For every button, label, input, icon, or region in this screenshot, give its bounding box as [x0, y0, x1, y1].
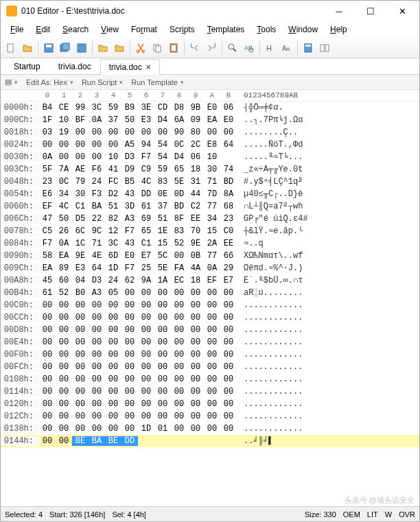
hex-byte[interactable]: F7	[138, 152, 154, 162]
hex-byte[interactable]: 00	[171, 424, 187, 434]
hex-byte[interactable]: F6	[89, 165, 105, 174]
hex-byte[interactable]: 00	[56, 362, 72, 372]
hex-byte[interactable]: 00	[121, 412, 138, 421]
hex-row[interactable]: 00B4h:6152B0A30500000000000000aR░ú......…	[1, 287, 419, 299]
hex-byte[interactable]: 00	[72, 128, 89, 137]
hex-ascii[interactable]: aR░ú........	[237, 288, 419, 298]
hex-byte[interactable]: 00	[220, 387, 237, 396]
hex-byte[interactable]: 00	[121, 350, 138, 359]
hex-byte[interactable]: 00	[138, 288, 154, 298]
hex-row[interactable]: 00E4h:000000000000000000000000..........…	[1, 336, 419, 348]
hex-byte[interactable]: 9A	[138, 276, 154, 285]
hex-ascii[interactable]: ............	[237, 412, 419, 421]
hex-byte[interactable]: 83	[171, 226, 187, 236]
hex-byte[interactable]: 00	[56, 337, 72, 347]
hex-byte[interactable]: C5	[39, 226, 56, 236]
hex-byte[interactable]: 00	[187, 300, 204, 310]
hex-byte[interactable]: 00	[56, 375, 72, 384]
hex-byte[interactable]: 6A	[171, 115, 187, 125]
hex-ascii[interactable]: _z«÷A╤╔Ye.0t	[237, 165, 419, 174]
hex-row[interactable]: 0108h:000000000000000000000000..........…	[1, 373, 419, 385]
hex-byte[interactable]: 00	[121, 313, 138, 322]
hex-byte[interactable]: 00	[187, 313, 204, 322]
hex-byte[interactable]: 69	[138, 214, 154, 224]
hex-byte[interactable]: F7	[121, 226, 138, 236]
hex-byte[interactable]: 18	[187, 165, 204, 174]
hex-ascii[interactable]: ............	[237, 337, 419, 347]
hex-byte[interactable]: 2A	[204, 239, 220, 248]
hex-byte[interactable]: 00	[171, 399, 187, 409]
hex-byte[interactable]: 1E	[154, 226, 171, 236]
hex-byte[interactable]: 23	[220, 214, 237, 224]
hex-byte[interactable]: 00	[89, 337, 105, 347]
hex-byte[interactable]: 3D	[121, 202, 138, 211]
maximize-button[interactable]: ☐	[355, 1, 386, 21]
hex-byte[interactable]: 12	[105, 226, 121, 236]
view-options-icon[interactable]: ▤▾	[5, 78, 18, 86]
hex-byte[interactable]: CE	[56, 103, 72, 112]
hex-byte[interactable]: 00	[220, 375, 237, 384]
hex-ascii[interactable]: .....╙≈T╘...	[237, 152, 419, 162]
hex-byte[interactable]: 34	[56, 189, 72, 199]
hex-byte[interactable]: 54	[154, 152, 171, 162]
hex-byte[interactable]: 00	[72, 387, 89, 396]
hex-byte[interactable]: 06	[220, 103, 237, 112]
hex-byte[interactable]: 8F	[171, 214, 187, 224]
hex-byte[interactable]: 00	[56, 424, 72, 434]
hex-byte[interactable]: 00	[220, 288, 237, 298]
hex-byte[interactable]: 58	[39, 251, 56, 261]
hex-byte[interactable]: 1F	[39, 115, 56, 125]
hex-byte[interactable]: 00	[204, 300, 220, 310]
save-button[interactable]	[41, 40, 56, 56]
hex-byte[interactable]	[187, 436, 204, 446]
hex-byte[interactable]: 00	[89, 152, 105, 162]
hex-byte[interactable]: 0C	[171, 140, 187, 150]
hex-byte[interactable]: 00	[121, 337, 138, 347]
hex-ascii[interactable]: ........Ç..	[237, 128, 419, 137]
hex-byte[interactable]: C1	[72, 202, 89, 211]
hex-byte[interactable]: 37	[105, 115, 121, 125]
font-button[interactable]: AA	[279, 40, 294, 56]
hex-byte[interactable]: 19	[56, 128, 72, 137]
hex-ascii[interactable]: Ωëπd.≈%^·J.)	[237, 263, 419, 273]
hex-ascii[interactable]: ∩L┴║Q=a7╜┬wh	[237, 202, 419, 211]
hex-row[interactable]: 0120h:000000000000000000000000..........…	[1, 398, 419, 410]
hex-byte[interactable]: 64	[220, 140, 237, 150]
hex-byte[interactable]: 00	[89, 300, 105, 310]
minimize-button[interactable]: ─	[323, 1, 355, 21]
hex-byte[interactable]: 00	[154, 300, 171, 310]
hex-byte[interactable]: 00	[138, 128, 154, 137]
hex-byte[interactable]: BA	[89, 436, 105, 446]
tab-trivia-doc[interactable]: trivia.doc	[49, 58, 100, 74]
hex-byte[interactable]: 00	[121, 128, 138, 137]
redo-button[interactable]	[204, 40, 219, 56]
hex-byte[interactable]: 65	[138, 226, 154, 236]
hex-byte[interactable]: 34	[204, 214, 220, 224]
hex-ascii[interactable]: XΩ₧Nmατ\..wf	[237, 251, 419, 261]
hex-byte[interactable]: 64	[89, 263, 105, 273]
hex-byte[interactable]: 00	[187, 288, 204, 298]
hex-byte[interactable]: 00	[39, 313, 56, 322]
hex-byte[interactable]: 00	[138, 337, 154, 347]
hex-byte[interactable]: 0A	[56, 239, 72, 248]
hex-byte[interactable]: 00	[154, 375, 171, 384]
hex-row[interactable]: 0138h:0000000000001D0100000000..........…	[1, 423, 419, 435]
hex-byte[interactable]: 00	[138, 387, 154, 396]
status-lit[interactable]: LIT	[367, 510, 378, 519]
hex-row[interactable]: 0030h:0A00000010D3F754D40610.....╙≈T╘...	[1, 151, 419, 163]
hex-byte[interactable]: 00	[220, 325, 237, 335]
hex-byte[interactable]: 4A	[187, 263, 204, 273]
hex-byte[interactable]: 70	[187, 226, 204, 236]
hex-byte[interactable]: 00	[56, 300, 72, 310]
hex-byte[interactable]: 00	[39, 424, 56, 434]
hex-row[interactable]: 00D8h:000000000000000000000000..........…	[1, 324, 419, 336]
hex-byte[interactable]: 00	[171, 375, 187, 384]
hex-byte[interactable]: 00	[171, 337, 187, 347]
hex-byte[interactable]: A3	[89, 288, 105, 298]
hex-byte[interactable]: 00	[187, 412, 204, 421]
hex-byte[interactable]: 3C	[89, 103, 105, 112]
hex-byte[interactable]: 00	[72, 412, 89, 421]
hex-byte[interactable]: 00	[89, 399, 105, 409]
hex-byte[interactable]: 00	[39, 387, 56, 396]
hex-byte[interactable]: EA	[56, 251, 72, 261]
